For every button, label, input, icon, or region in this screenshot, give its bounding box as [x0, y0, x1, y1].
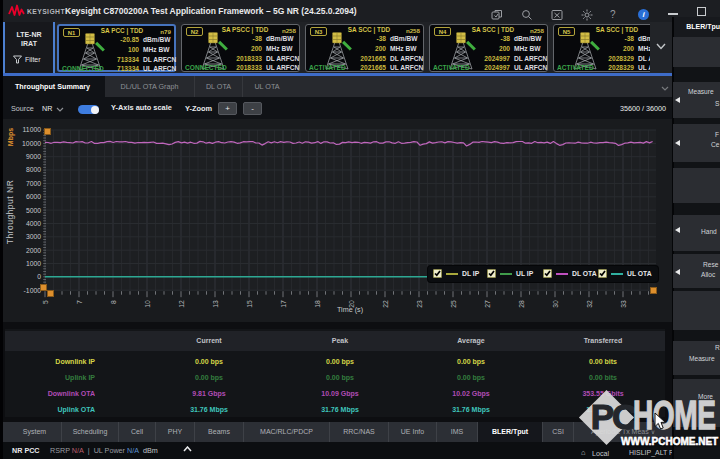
svg-text:6000: 6000 [26, 193, 41, 200]
svg-text:10: 10 [144, 300, 151, 308]
svg-text:4000: 4000 [26, 220, 41, 227]
svg-text:3000: 3000 [26, 233, 41, 240]
svg-text:15: 15 [246, 300, 253, 308]
svg-text:30: 30 [552, 300, 559, 308]
svg-text:23: 23 [416, 300, 423, 308]
svg-text:17: 17 [280, 300, 287, 308]
svg-text:33: 33 [620, 300, 627, 308]
svg-text:-1000: -1000 [24, 287, 42, 294]
svg-text:22: 22 [382, 300, 389, 308]
svg-text:1000: 1000 [26, 260, 41, 267]
svg-text:0: 0 [37, 273, 41, 280]
svg-text:13: 13 [212, 300, 219, 308]
svg-text:8000: 8000 [26, 166, 41, 173]
svg-text:5000: 5000 [26, 207, 41, 214]
svg-text:7: 7 [76, 300, 83, 304]
svg-text:32: 32 [586, 300, 593, 308]
svg-text:8: 8 [110, 300, 117, 304]
svg-text:2000: 2000 [26, 247, 41, 254]
svg-text:25: 25 [450, 300, 457, 308]
svg-text:9000: 9000 [26, 153, 41, 160]
svg-text:27: 27 [484, 300, 491, 308]
svg-text:5: 5 [42, 300, 49, 304]
svg-text:12: 12 [178, 300, 185, 308]
svg-text:28: 28 [518, 300, 525, 308]
svg-text:11000: 11000 [23, 126, 42, 133]
svg-text:18: 18 [314, 300, 321, 308]
svg-text:7000: 7000 [26, 180, 41, 187]
svg-text:10000: 10000 [22, 140, 41, 147]
